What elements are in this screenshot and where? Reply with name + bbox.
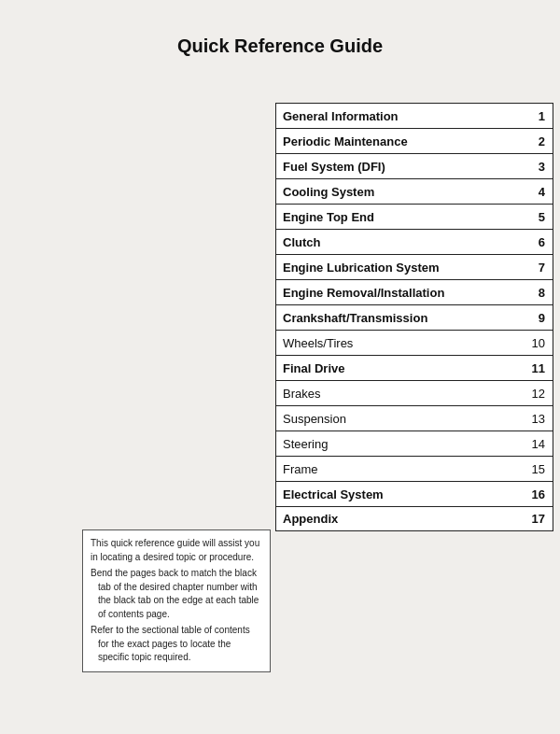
toc-row[interactable]: Brakes12 — [275, 380, 553, 405]
toc-row[interactable]: Frame15 — [275, 456, 553, 481]
toc-row[interactable]: Cooling System4 — [275, 178, 553, 204]
toc-label: Engine Top End — [276, 206, 526, 228]
toc-number: 15 — [526, 462, 553, 476]
toc-label: Appendix — [276, 508, 526, 529]
toc-number: 14 — [526, 437, 553, 451]
toc-label: Engine Removal/Installation — [276, 282, 526, 303]
page-title: Quick Reference Guide — [0, 0, 560, 76]
toc-number: 12 — [526, 387, 553, 401]
toc-label: Steering — [276, 433, 526, 455]
toc-number: 6 — [526, 235, 553, 249]
toc-number: 10 — [526, 336, 553, 350]
toc-row[interactable]: Appendix17 — [275, 506, 553, 531]
toc-row[interactable]: Final Drive11 — [275, 355, 553, 380]
toc-row[interactable]: Wheels/Tires10 — [275, 330, 553, 355]
toc-label: Fuel System (DFI) — [276, 156, 526, 177]
toc-label: Wheels/Tires — [276, 332, 526, 354]
toc-row[interactable]: Electrical System16 — [275, 481, 553, 506]
toc-number: 7 — [526, 261, 553, 275]
toc-row[interactable]: Engine Top End5 — [275, 204, 553, 229]
toc-label: Engine Lubrication System — [276, 257, 526, 278]
note-bullet1: Bend the pages back to match the black t… — [91, 567, 262, 621]
toc-number: 1 — [526, 109, 553, 123]
toc-row[interactable]: Steering14 — [275, 431, 553, 456]
toc-row[interactable]: Fuel System (DFI)3 — [275, 153, 553, 178]
toc-label: Brakes — [276, 383, 526, 404]
toc-label: Frame — [276, 459, 526, 480]
toc-label: Periodic Maintenance — [276, 131, 526, 152]
toc-label: General Information — [276, 106, 526, 127]
toc-number: 8 — [526, 286, 553, 300]
toc-label: Electrical System — [276, 484, 526, 505]
toc-label: Crankshaft/Transmission — [276, 307, 526, 329]
toc-number: 4 — [526, 185, 553, 199]
note-intro: This quick reference guide will assist y… — [91, 537, 262, 564]
toc-number: 11 — [526, 361, 553, 375]
toc-label: Final Drive — [276, 358, 526, 379]
toc-number: 2 — [526, 134, 553, 148]
toc-number: 16 — [526, 487, 553, 501]
toc-number: 9 — [526, 311, 553, 325]
toc-row[interactable]: Engine Removal/Installation8 — [275, 279, 553, 304]
note-box: This quick reference guide will assist y… — [82, 529, 271, 672]
toc-row[interactable]: Crankshaft/Transmission9 — [275, 304, 553, 330]
toc-row[interactable]: Engine Lubrication System7 — [275, 254, 553, 279]
toc-row[interactable]: Clutch6 — [275, 229, 553, 254]
toc-number: 13 — [526, 412, 553, 426]
toc-label: Clutch — [276, 232, 526, 253]
note-bullet2: Refer to the sectional table of contents… — [91, 624, 262, 665]
toc-number: 3 — [526, 160, 553, 174]
toc-label: Cooling System — [276, 181, 526, 203]
toc-row[interactable]: Suspension13 — [275, 405, 553, 431]
toc-label: Suspension — [276, 408, 526, 430]
toc-row[interactable]: Periodic Maintenance2 — [275, 128, 553, 153]
toc-row[interactable]: General Information1 — [275, 103, 553, 128]
table-of-contents: General Information1Periodic Maintenance… — [275, 103, 553, 531]
toc-number: 17 — [526, 512, 553, 526]
toc-number: 5 — [526, 210, 553, 224]
